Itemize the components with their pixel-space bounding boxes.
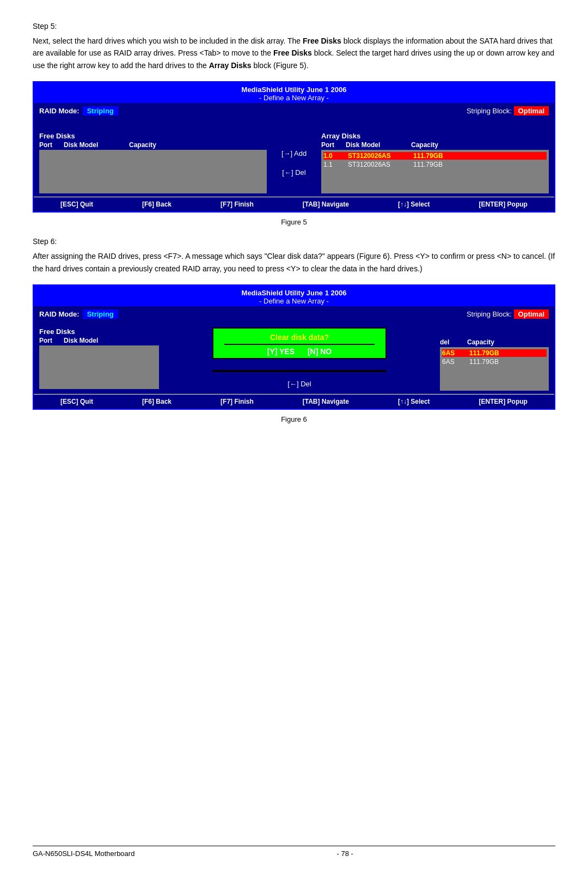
table-row: 1.0 ST3120026AS 111.79GB xyxy=(323,152,547,160)
figure5-array-disks-panel: Array Disks Port Disk Model Capacity 1.0… xyxy=(321,132,549,193)
figure5-del-button[interactable]: [←] Del xyxy=(282,168,305,177)
footer-center: - 78 - xyxy=(337,849,353,858)
footer-left: GA-N650SLI-DS4L Motherboard xyxy=(33,849,134,858)
table-row: 6AS 111.79GB xyxy=(442,349,547,357)
step6-text: After assigning the RAID drives, press <… xyxy=(33,250,555,275)
figure6-raid-mode-value: Striping xyxy=(83,309,118,319)
figure6-no-button[interactable]: [N] NO xyxy=(308,347,332,356)
figure5-array-disks-headers: Port Disk Model Capacity xyxy=(321,141,549,149)
figure5-free-disks-headers: Port Disk Model Capacity xyxy=(39,141,267,149)
page-footer: GA-N650SLI-DS4L Motherboard - 78 - xyxy=(33,846,555,858)
figure6-yes-no: [Y] YES [N] NO xyxy=(224,344,375,356)
figure5-raid-mode-row: RAID Mode: Striping Striping Block: Opti… xyxy=(39,106,549,116)
figure6-caption: Figure 6 xyxy=(33,415,555,423)
figure6-clear-disk-title: Clear disk data? xyxy=(224,333,375,342)
figure5-raid-mode-label: RAID Mode: xyxy=(39,107,79,115)
figure6-striping-block: Striping Block: Optimal xyxy=(467,310,549,318)
figure5-free-disks-label: Free Disks xyxy=(39,132,267,140)
figure6-free-disks-label: Free Disks xyxy=(39,327,159,336)
figure6-yes-button[interactable]: [Y] YES xyxy=(267,347,295,356)
figure6-array-headers: del Capacity xyxy=(440,338,549,346)
figure5-container: MediaShield Utility June 1 2006 - Define… xyxy=(33,81,555,213)
figure6-clear-disk-dialog: Clear disk data? [Y] YES [N] NO xyxy=(212,327,387,359)
figure6-title: MediaShield Utility June 1 2006 - Define… xyxy=(34,286,554,306)
step5-text: Next, select the hard drives which you w… xyxy=(33,35,555,71)
figure5-array-disk-list: 1.0 ST3120026AS 111.79GB 1.1 ST3120026AS… xyxy=(321,150,549,193)
figure5-caption: Figure 5 xyxy=(33,218,555,226)
figure5-striping-block: Striping Block: Optimal xyxy=(467,107,549,115)
figure6-striping-value: Optimal xyxy=(514,309,549,319)
table-row: 6AS 111.79GB xyxy=(442,358,547,366)
figure6-raid-mode-row: RAID Mode: Striping Striping Block: Opti… xyxy=(39,309,549,319)
figure5-disks-section: Free Disks Port Disk Model Capacity [→] … xyxy=(39,132,549,193)
figure5-add-button[interactable]: [→] Add xyxy=(281,149,307,157)
figure6-free-disks-headers: Port Disk Model xyxy=(39,337,159,344)
figure5-free-disk-list xyxy=(39,150,267,193)
figure6-black-bar xyxy=(212,370,387,372)
step6-heading: Step 6: xyxy=(33,237,555,246)
figure6-free-disk-list xyxy=(39,345,159,389)
figure5-array-disks-label: Array Disks xyxy=(321,132,549,140)
figure5-title: MediaShield Utility June 1 2006 - Define… xyxy=(34,82,554,103)
figure5-striping-value: Optimal xyxy=(514,106,549,116)
table-row: 1.1 ST3120026AS 111.79GB xyxy=(323,161,547,168)
figure6-container: MediaShield Utility June 1 2006 - Define… xyxy=(33,284,555,410)
figure6-footer: [ESC] Quit [F6] Back [F7] Finish [TAB] N… xyxy=(34,394,554,409)
figure5-raid-mode-value: Striping xyxy=(83,106,118,116)
figure6-del-button[interactable]: [←] Del xyxy=(287,380,311,388)
figure5-footer: [ESC] Quit [F6] Back [F7] Finish [TAB] N… xyxy=(34,197,554,211)
figure6-array-disk-list: 6AS 111.79GB 6AS 111.79GB xyxy=(440,347,549,391)
figure5-free-disks-panel: Free Disks Port Disk Model Capacity xyxy=(39,132,267,193)
step5-heading: Step 5: xyxy=(33,22,555,31)
figure5-add-del-panel: [→] Add [←] Del xyxy=(267,132,321,193)
figure6-raid-mode-label: RAID Mode: xyxy=(39,310,79,318)
